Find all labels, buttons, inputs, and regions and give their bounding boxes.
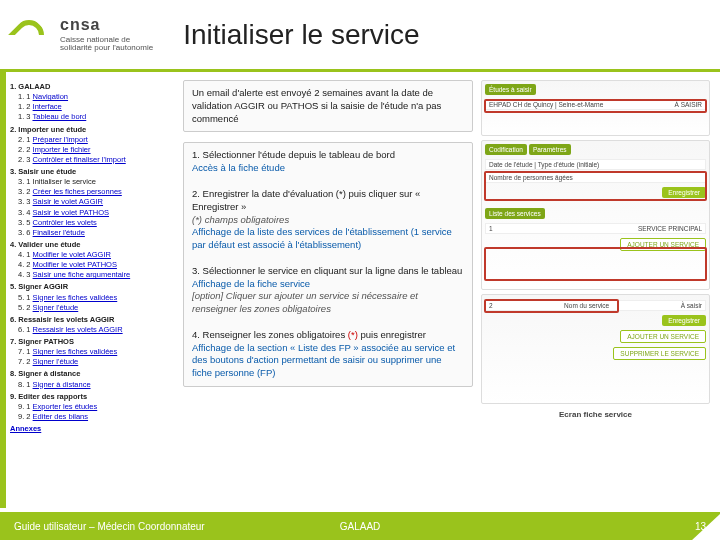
toc-section: 1. GALAAD xyxy=(10,82,175,92)
footer-left: Guide utilisateur – Médecin Coordonnateu… xyxy=(14,521,205,532)
callout-box-3 xyxy=(484,247,707,281)
cnsa-logo-icon xyxy=(14,20,54,50)
logo-text: cnsa Caisse nationale de solidarité pour… xyxy=(60,16,153,53)
service-status: À saisir xyxy=(681,302,702,309)
callout-box-4 xyxy=(484,299,619,313)
toc-section: 4. Valider une étude xyxy=(10,240,175,250)
footer-center: GALAAD xyxy=(340,521,381,532)
toc-item[interactable]: 3. 5 Contrôler les volets xyxy=(18,218,175,228)
etude-section-services: Liste des services xyxy=(485,208,545,219)
toc: 1. GALAAD1. 1 Navigation1. 2 Interface1.… xyxy=(10,80,175,492)
etude-band-1: Codification xyxy=(485,144,527,155)
step-3-sub1: Affichage de la fiche service xyxy=(192,278,464,291)
toc-section: 9. Editer des rapports xyxy=(10,392,175,402)
etude-row-1: Date de l'étude | Type d'étude (initiale… xyxy=(485,159,706,170)
screenshot-caption: Ecran fiche service xyxy=(481,410,710,419)
toc-item[interactable]: 1. 3 Tableau de bord xyxy=(18,112,175,122)
toc-item[interactable]: 1. 2 Interface xyxy=(18,102,175,112)
step-4-asterisk: (*) xyxy=(348,329,358,340)
step-2-note: (*) champs obligatoires xyxy=(192,214,464,227)
toc-item[interactable]: 4. 1 Modifier le volet AGGIR xyxy=(18,250,175,260)
footer-corner-cut xyxy=(691,513,720,540)
btn-enregistrer-4[interactable]: Enregistrer xyxy=(662,315,706,326)
toc-item[interactable]: 9. 2 Editer des bilans xyxy=(18,412,175,422)
etude-service-num: 1 xyxy=(489,225,493,232)
etude-band-2: Paramètres xyxy=(529,144,571,155)
btn-supprimer-service[interactable]: SUPPRIMER LE SERVICE xyxy=(613,347,706,360)
toc-section: 7. Signer PATHOS xyxy=(10,337,175,347)
page-title: Initialiser le service xyxy=(183,19,420,51)
toc-item[interactable]: 5. 2 Signer l'étude xyxy=(18,303,175,313)
toc-item[interactable]: 2. 3 Contrôler et finaliser l'import xyxy=(18,155,175,165)
etude-service-name: SERVICE PRINCIPAL xyxy=(638,225,702,232)
toc-item[interactable]: 2. 1 Préparer l'import xyxy=(18,135,175,145)
screenshot-service: 2 Nom du service À saisir Enregistrer AJ… xyxy=(481,294,710,404)
toc-item[interactable]: 3. 4 Saisir le volet PATHOS xyxy=(18,208,175,218)
brand-tagline-1: Caisse nationale de xyxy=(60,35,130,44)
toc-item[interactable]: 4. 3 Saisir une fiche argumentaire xyxy=(18,270,175,280)
callout-box-1 xyxy=(484,99,707,113)
screenshot-column: Études à saisir EHPAD CH de Quincy | Sei… xyxy=(481,80,710,492)
logo: cnsa Caisse nationale de solidarité pour… xyxy=(14,16,153,53)
screenshot-etude: Codification Paramètres Date de l'étude … xyxy=(481,140,710,290)
toc-item[interactable]: 8. 1 Signer à distance xyxy=(18,380,175,390)
page-body: 1. GALAAD1. 1 Navigation1. 2 Interface1.… xyxy=(0,72,720,500)
step-3-title: 3. Sélectionner le service en cliquant s… xyxy=(192,265,464,278)
toc-section: 8. Signer à distance xyxy=(10,369,175,379)
toc-section: 5. Signer AGGIR xyxy=(10,282,175,292)
callout-box-2 xyxy=(484,171,707,201)
toc-item[interactable]: 6. 1 Ressaisir les volets AGGIR xyxy=(18,325,175,335)
toc-item[interactable]: 3. 3 Saisir le volet AGGIR xyxy=(18,197,175,207)
brand-tagline-2: solidarité pour l'autonomie xyxy=(60,43,153,52)
step-4-title-part2: puis enregistrer xyxy=(360,329,425,340)
toc-item[interactable]: 3. 2 Créer les fiches personnes xyxy=(18,187,175,197)
toc-item[interactable]: 3. 6 Finaliser l'étude xyxy=(18,228,175,238)
step-3-sub2: [option] Cliquer sur ajouter un service … xyxy=(192,290,464,316)
toc-item[interactable]: 7. 2 Signer l'étude xyxy=(18,357,175,367)
etude-row1-l: Date de l'étude | Type d'étude (initiale… xyxy=(489,161,599,168)
toc-item[interactable]: 9. 1 Exporter les études xyxy=(18,402,175,412)
toc-item[interactable]: 1. 1 Navigation xyxy=(18,92,175,102)
step-4-sub: Affichage de la section « Liste des FP »… xyxy=(192,342,464,380)
screenshot-dashboard: Études à saisir EHPAD CH de Quincy | Sei… xyxy=(481,80,710,136)
step-4-title-part1: 4. Renseigner les zones obligatoires xyxy=(192,329,348,340)
step-1-sub: Accès à la fiche étude xyxy=(192,162,464,175)
toc-item[interactable]: 4. 2 Modifier le volet PATHOS xyxy=(18,260,175,270)
step-2-sub: Affichage de la liste des services de l'… xyxy=(192,226,464,252)
toc-item[interactable]: 2. 2 Importer le fichier xyxy=(18,145,175,155)
toc-item: 3. 1 Initialiser le service xyxy=(18,177,175,187)
footer: Guide utilisateur – Médecin Coordonnateu… xyxy=(0,512,720,540)
alert-text: Un email d'alerte est envoyé 2 semaines … xyxy=(192,87,441,124)
toc-item[interactable]: 7. 1 Signer les fiches validées xyxy=(18,347,175,357)
toc-accent-stripe xyxy=(0,72,6,508)
toc-section: 2. Importer une étude xyxy=(10,125,175,135)
steps-block: 1. Sélectionner l'étude depuis le tablea… xyxy=(183,142,473,387)
toc-item[interactable]: 5. 1 Signer les fiches validées xyxy=(18,293,175,303)
alert-block: Un email d'alerte est envoyé 2 semaines … xyxy=(183,80,473,132)
brand-name: cnsa xyxy=(60,16,153,34)
content-column: Un email d'alerte est envoyé 2 semaines … xyxy=(183,80,473,492)
step-2-title: 2. Enregistrer la date d'évaluation (*) … xyxy=(192,188,464,214)
toc-section[interactable]: Annexes xyxy=(10,424,175,434)
toc-section: 3. Saisir une étude xyxy=(10,167,175,177)
btn-ajouter-service-4[interactable]: AJOUTER UN SERVICE xyxy=(620,330,706,343)
etude-service-row: 1 SERVICE PRINCIPAL xyxy=(485,223,706,234)
dash-band: Études à saisir xyxy=(485,84,536,95)
toc-section: 6. Ressaisir les volets AGGIR xyxy=(10,315,175,325)
step-1-title: 1. Sélectionner l'étude depuis le tablea… xyxy=(192,149,464,162)
header: cnsa Caisse nationale de solidarité pour… xyxy=(0,0,720,72)
